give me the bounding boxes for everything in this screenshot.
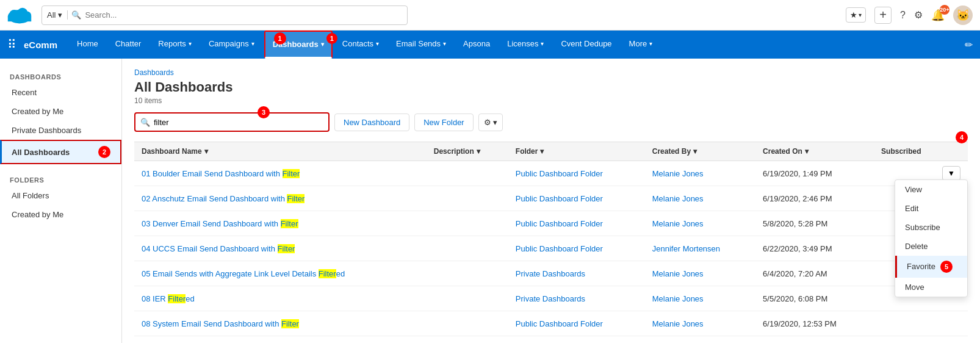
col-header-created-on[interactable]: Created On ▾ [755,142,874,161]
dashboard-name-link[interactable]: 03 Denver Email Send Dashboard with Filt… [142,219,298,228]
dashboard-name-link[interactable]: 05 Email Sends with Aggregate Link Level… [142,269,345,278]
user-avatar[interactable]: 🐱 [953,5,973,25]
dropdown-menu-item-move[interactable]: Move [895,278,967,297]
sidebar-item-recent[interactable]: Recent [0,83,121,102]
annotation-4: 4 [956,131,968,143]
nav-item-chatter[interactable]: Chatter [108,31,149,59]
sidebar-label-all-folders: All Folders [12,191,49,200]
highlight-text: Filter [168,294,186,303]
created-by-link[interactable]: Melanie Jones [652,319,704,328]
nav-item-licenses[interactable]: Licenses ▾ [500,31,551,59]
annotation-1: 1 [274,32,286,45]
dashboards-chevron-icon: ▾ [321,41,324,48]
folder-link[interactable]: Public Dashboard Folder [516,219,603,228]
cell-created-on: 6/4/2020, 7:20 AM [755,261,874,286]
nav-label-reports: Reports [158,39,186,48]
highlight-text: Filter [278,244,295,253]
nav-label-campaigns: Campaigns [209,39,249,48]
folder-link[interactable]: Public Dashboard Folder [516,244,603,253]
created-by-link[interactable]: Melanie Jones [652,269,704,278]
sidebar-item-created-by-me[interactable]: Created by Me [0,102,121,121]
dropdown-menu-item-subscribe[interactable]: Subscribe [895,218,967,237]
filter-input[interactable] [154,118,323,127]
cell-folder: Public Dashboard Folder [508,186,645,211]
page-title: All Dashboards [134,79,968,95]
folder-link[interactable]: Private Dashboards [516,294,585,303]
toolbar: 🔍 3 New Dashboard New Folder ⚙ ▾ [134,112,968,132]
cell-folder: Public Dashboard Folder [508,236,645,261]
nav-label-cvent-dedupe: Cvent Dedupe [561,39,611,48]
cell-subscribed [874,336,935,344]
settings-gear-button[interactable]: ⚙ ▾ [478,114,503,131]
new-folder-button[interactable]: New Folder [414,114,473,131]
col-header-created-by[interactable]: Created By ▾ [645,142,755,161]
new-dashboard-button[interactable]: New Dashboard [334,114,409,131]
sort-icon-created-by: ▾ [693,147,697,156]
app-launcher-button[interactable]: ⠿ [7,37,16,52]
sidebar-item-all-dashboards[interactable]: All Dashboards 2 [0,140,121,164]
cell-description [427,161,508,186]
dashboard-name-link[interactable]: 02 Anschutz Email Send Dashboard with Fi… [142,194,304,203]
favorites-button[interactable]: ★ ▾ [846,7,866,23]
cell-subscribed [874,311,935,336]
nav-item-email-sends[interactable]: Email Sends ▾ [389,31,453,59]
dashboard-name-link[interactable]: 01 Boulder Email Send Dashboard with Fil… [142,169,300,178]
dashboard-name-link[interactable]: 08 IER Filtered [142,294,195,303]
cell-created-by: Melanie Jones [645,311,755,336]
created-by-link[interactable]: Melanie Jones [652,169,704,178]
created-by-link[interactable]: Jennifer Mortensen [652,244,720,253]
search-input[interactable] [85,10,402,20]
col-header-folder[interactable]: Folder ▾ [508,142,645,161]
cell-created-by: Melanie Jones [645,211,755,236]
search-scope-selector[interactable]: All ▾ [47,10,68,20]
filter-input-wrap[interactable]: 🔍 3 [134,112,330,132]
edit-nav-icon[interactable]: ✏ [965,39,973,51]
dropdown-menu-item-edit[interactable]: Edit [895,199,967,218]
sidebar-folders-section: FOLDERS [0,172,121,186]
cell-dashboard-name: 08 IER Filtered [134,286,427,311]
dropdown-menu-item-view[interactable]: View [895,180,967,199]
settings-button[interactable]: ⚙ [914,9,923,21]
nav-item-dashboards[interactable]: Dashboards ▾ 1 1 [264,31,333,59]
help-button[interactable]: ? [900,10,906,21]
sidebar-item-private-dashboards[interactable]: Private Dashboards [0,121,121,140]
folder-link[interactable]: Public Dashboard Folder [516,319,603,328]
highlight-text: Filter [287,194,304,203]
cell-folder: Private Dashboards [508,286,645,311]
col-header-name[interactable]: Dashboard Name ▾ [134,142,427,161]
folder-link[interactable]: Public Dashboard Folder [516,194,603,203]
cell-description [427,261,508,286]
sidebar-item-folders-created-by-me[interactable]: Created by Me [0,205,121,224]
folder-link[interactable]: Private Dashboards [516,269,585,278]
breadcrumb[interactable]: Dashboards [134,68,968,77]
filter-search-icon: 🔍 [140,118,150,127]
nav-item-apsona[interactable]: Apsona [456,31,497,59]
highlight-text: Filter [319,269,336,278]
dashboard-name-link[interactable]: 04 UCCS Email Send Dashboard with Filter [142,244,295,253]
created-by-link[interactable]: Melanie Jones [652,294,704,303]
add-button[interactable]: + [874,7,892,24]
col-header-description[interactable]: Description ▾ [427,142,508,161]
nav-item-contacts[interactable]: Contacts ▾ [335,31,386,59]
cell-folder: President's Messages [508,336,645,344]
nav-item-more[interactable]: More ▾ [622,31,660,59]
sidebar-item-all-folders[interactable]: All Folders [0,186,121,205]
action-dropdown-menu: ViewEditSubscribeDeleteFavorite5Move [895,179,968,297]
nav-item-home[interactable]: Home [70,31,106,59]
folder-link[interactable]: Public Dashboard Folder [516,169,603,178]
created-by-link[interactable]: Melanie Jones [652,219,704,228]
nav-item-campaigns[interactable]: Campaigns ▾ [201,31,262,59]
action-dropdown-button[interactable]: ▼ [942,166,960,181]
dropdown-menu-item-favorite[interactable]: Favorite5 [895,256,967,278]
created-by-link[interactable]: Melanie Jones [652,194,704,203]
cell-created-on: 6/19/2020, 1:49 PM [755,161,874,186]
dropdown-menu-item-delete[interactable]: Delete [895,237,967,256]
global-search-bar[interactable]: All ▾ 🔍 [41,5,408,25]
campaigns-chevron-icon: ▾ [251,40,254,47]
nav-item-reports[interactable]: Reports ▾ [151,31,199,59]
nav-item-cvent-dedupe[interactable]: Cvent Dedupe [553,31,619,59]
dashboard-name-link[interactable]: 08 System Email Send Dashboard with Filt… [142,319,299,328]
notifications-button[interactable]: 🔔 20+ [931,9,945,22]
nav-label-email-sends: Email Sends [396,39,441,48]
sidebar-label-created-by-me: Created by Me [12,107,63,116]
